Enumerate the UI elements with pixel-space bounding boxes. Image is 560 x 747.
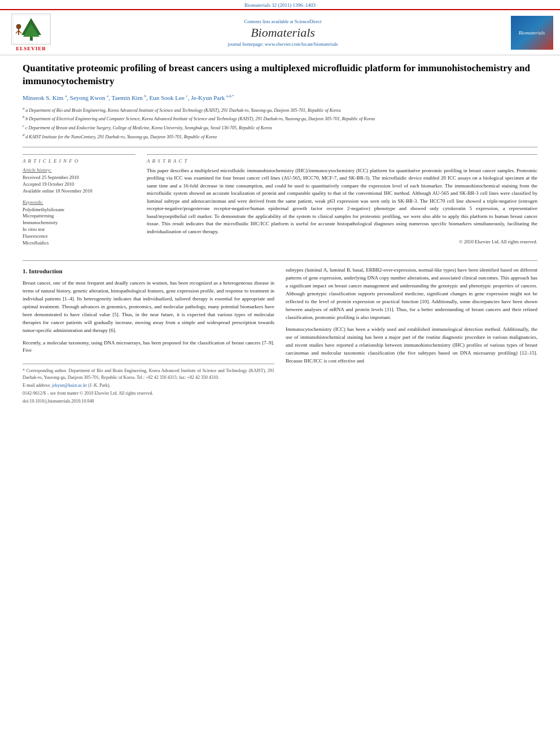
keyword-5: Fluorescence — [23, 233, 135, 240]
keyword-1: Polydimethylsiloxane — [23, 207, 135, 213]
article-info-label: A R T I C L E I N F O — [23, 158, 135, 164]
affiliation-c: c c Department of Breast and Endocrine S… — [23, 123, 537, 131]
intro-para-2: Recently, a molecular taxonomy, using DN… — [23, 339, 274, 355]
intro-heading: 1. Introduction — [23, 267, 274, 276]
footer-notes: * Corresponding author. Department of Bi… — [23, 364, 274, 405]
issn-note: 0142-9612/$ – see front matter © 2010 El… — [23, 390, 274, 397]
body-section: 1. Introduction Breast cancer, one of th… — [23, 267, 537, 406]
journal-title-block: Contents lists available at ScienceDirec… — [62, 19, 504, 47]
keywords-group: Keywords: Polydimethylsiloxane Micropatt… — [23, 199, 135, 247]
email-link[interactable]: jekyun@kaist.ac.kr — [52, 383, 87, 388]
corresponding-author-note: * Corresponding author. Department of Bi… — [23, 368, 274, 381]
history-title: Article history: — [23, 167, 135, 173]
body-col-left: 1. Introduction Breast cancer, one of th… — [23, 267, 274, 406]
available-online-date: Available online 18 November 2010 — [23, 188, 135, 195]
email-note: E-mail address: jekyun@kaist.ac.kr (J.-K… — [23, 382, 274, 389]
intro-para-4: Immunocytochemistry (ICC) has been a wid… — [286, 326, 537, 365]
keyword-2: Micropatterning — [23, 213, 135, 220]
journal-name: Biomaterials — [62, 25, 504, 40]
received-date: Received 25 September 2010 — [23, 174, 135, 181]
keyword-6: Microfluidics — [23, 240, 135, 247]
article-history: Article history: Received 25 September 2… — [23, 167, 135, 195]
biomaterials-logo: Biomaterials — [511, 16, 553, 50]
affiliation-a: a a Department of Bio and Brain Engineer… — [23, 106, 537, 113]
elsevier-logo-container: ELSEVIER — [6, 14, 56, 51]
article-title: Quantitative proteomic profiling of brea… — [23, 62, 537, 88]
abstract-label: A B S T R A C T — [147, 158, 537, 164]
intro-para-3: subtypes (luminal A, luminal B, basal, E… — [286, 267, 537, 322]
main-content: Quantitative proteomic profiling of brea… — [0, 55, 560, 417]
affiliation-d: d d KAIST Institute for the NanoCentury,… — [23, 132, 537, 140]
intro-para-1: Breast cancer, one of the most frequent … — [23, 279, 274, 335]
article-info-column: A R T I C L E I N F O Article history: R… — [23, 154, 135, 251]
section-divider — [23, 260, 537, 261]
body-col-right: subtypes (luminal A, luminal B, basal, E… — [286, 267, 537, 406]
abstract-section: A B S T R A C T This paper describes a m… — [147, 154, 537, 245]
article-info-abstract-section: A R T I C L E I N F O Article history: R… — [23, 154, 537, 251]
journal-reference: Biomaterials 32 (2011) 1396–1403 — [0, 0, 560, 9]
keywords-title: Keywords: — [23, 199, 135, 205]
keyword-4: In vitro test — [23, 226, 135, 233]
article-info: A R T I C L E I N F O Article history: R… — [23, 154, 135, 247]
authors: Minseok S. Kim a, Seyong Kwon a, Taemin … — [23, 94, 537, 101]
svg-point-5 — [16, 24, 21, 29]
elsevier-tree-logo — [11, 14, 51, 45]
sciencedirect-link[interactable]: Contents lists available at ScienceDirec… — [62, 19, 504, 24]
elsevier-label: ELSEVIER — [16, 46, 46, 51]
accepted-date: Accepted 19 October 2010 — [23, 181, 135, 188]
journal-homepage: journal homepage: www.elsevier.com/locat… — [62, 41, 504, 47]
journal-header: ELSEVIER Contents lists available at Sci… — [0, 9, 560, 55]
affiliation-b: b b Department of Electrical Engineering… — [23, 114, 537, 122]
affiliations: a a Department of Bio and Brain Engineer… — [23, 106, 537, 147]
copyright: © 2010 Elsevier Ltd. All rights reserved… — [147, 239, 537, 244]
keyword-3: Immunochemistry — [23, 220, 135, 226]
biomaterials-logo-container: Biomaterials — [509, 16, 554, 50]
abstract-column: A B S T R A C T This paper describes a m… — [147, 154, 537, 251]
abstract-text: This paper describes a multiplexed micro… — [147, 167, 537, 236]
doi-note: doi:10.1016/j.biomaterials.2010.10.040 — [23, 398, 274, 405]
